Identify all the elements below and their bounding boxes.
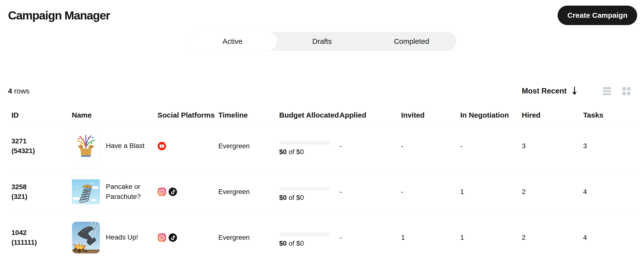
view-toggle xyxy=(603,87,630,95)
tab-completed[interactable]: Completed xyxy=(367,32,456,51)
arrow-down-icon xyxy=(572,87,576,96)
campaign-id: 3271 xyxy=(12,136,72,146)
campaign-name: Heads Up! xyxy=(106,232,138,242)
budget-of-label: of xyxy=(289,194,294,201)
campaign-sub-id: (111111) xyxy=(12,238,72,247)
campaign-name: Pancake or Parachute? xyxy=(106,182,154,202)
budget-text: $0 of $0 xyxy=(279,240,340,247)
budget-total: $0 xyxy=(296,240,304,247)
budget-spent: $0 xyxy=(279,148,287,156)
campaign-thumbnail-confetti-box xyxy=(72,130,100,162)
rows-count-number: 4 xyxy=(8,87,12,95)
list-controls: 4 rows Most Recent xyxy=(0,85,644,97)
applied-value: - xyxy=(340,188,401,196)
top-bar: Campaign Manager Create Campaign xyxy=(0,0,644,25)
social-platforms-cell xyxy=(158,233,218,242)
column-header-invited: Invited xyxy=(401,111,460,119)
hired-value: 3 xyxy=(522,142,583,150)
timeline-value: Evergreen xyxy=(218,142,279,150)
table-body: 3271 (54321) Have a Blast Evergreen $0 o… xyxy=(8,123,640,259)
campaign-id-cell: 1042 (111111) xyxy=(8,228,72,247)
budget-total: $0 xyxy=(296,148,304,156)
column-header-timeline: Timeline xyxy=(218,111,279,119)
budget-text: $0 of $0 xyxy=(279,148,340,156)
campaign-sub-id: (321) xyxy=(12,192,72,202)
tasks-value: 4 xyxy=(583,234,640,242)
campaign-thumbnail-slinky-pancake xyxy=(72,176,100,208)
budget-total: $0 xyxy=(296,194,304,201)
tiktok-icon xyxy=(168,188,177,196)
youtube-icon xyxy=(158,142,166,150)
timeline-value: Evergreen xyxy=(218,234,279,242)
campaign-name-cell: Have a Blast xyxy=(72,130,158,162)
campaign-id: 1042 xyxy=(12,228,72,238)
instagram-icon xyxy=(158,188,166,196)
tiktok-icon xyxy=(168,233,177,242)
tab-active[interactable]: Active xyxy=(188,32,277,51)
column-header-in-negotiation: In Negotiation xyxy=(460,111,522,119)
column-header-budget-allocated: Budget Allocated xyxy=(279,111,340,119)
in-negotiation-value: 1 xyxy=(460,234,522,242)
sort-control[interactable]: Most Recent xyxy=(522,87,576,96)
campaign-id-cell: 3271 (54321) xyxy=(8,136,72,156)
campaign-id-cell: 3258 (321) xyxy=(8,182,72,202)
invited-value: - xyxy=(401,142,460,150)
campaign-sub-id: (54321) xyxy=(12,146,72,156)
budget-cell: $0 of $0 xyxy=(279,136,340,156)
hired-value: 2 xyxy=(522,234,583,242)
tasks-value: 4 xyxy=(583,188,640,196)
sort-label: Most Recent xyxy=(522,87,566,96)
budget-cell: $0 of $0 xyxy=(279,182,340,202)
page-title: Campaign Manager xyxy=(8,9,110,22)
campaign-thumbnail-anvil-crash xyxy=(72,222,100,254)
tab-drafts[interactable]: Drafts xyxy=(277,32,367,51)
budget-spent: $0 xyxy=(279,194,287,201)
create-campaign-button[interactable]: Create Campaign xyxy=(558,6,637,25)
budget-of-label: of xyxy=(289,148,294,156)
budget-cell: $0 of $0 xyxy=(279,228,340,247)
rows-count: 4 rows xyxy=(8,87,30,95)
table-row[interactable]: 1042 (111111) Heads Up! Evergreen $0 of … xyxy=(8,215,640,259)
column-header-social-platforms: Social Platforms xyxy=(158,111,218,119)
invited-value: - xyxy=(401,188,460,196)
budget-progress-bar xyxy=(279,187,330,190)
budget-progress-bar xyxy=(279,232,330,236)
applied-value: - xyxy=(340,142,401,150)
budget-of-label: of xyxy=(289,240,294,247)
column-header-applied: Applied xyxy=(340,111,401,119)
applied-value: - xyxy=(340,234,401,242)
column-header-hired: Hired xyxy=(522,111,583,119)
campaign-name: Have a Blast xyxy=(106,141,144,151)
grid-view-icon[interactable] xyxy=(622,87,630,95)
campaign-id: 3258 xyxy=(12,182,72,192)
invited-value: 1 xyxy=(401,234,460,242)
budget-progress-bar xyxy=(279,141,330,144)
rows-count-label: rows xyxy=(14,87,30,95)
in-negotiation-value: - xyxy=(460,142,522,150)
campaign-name-cell: Heads Up! xyxy=(72,222,158,254)
status-tabs: Active Drafts Completed xyxy=(188,32,456,51)
social-platforms-cell xyxy=(158,142,218,150)
column-header-name: Name xyxy=(72,111,158,119)
tasks-value: 3 xyxy=(583,142,640,150)
table-header-row: IDNameSocial PlatformsTimelineBudget All… xyxy=(8,107,640,123)
social-platforms-cell xyxy=(158,188,218,196)
column-header-id: ID xyxy=(8,111,72,119)
column-header-tasks: Tasks xyxy=(583,111,640,119)
list-view-icon[interactable] xyxy=(603,87,611,95)
budget-text: $0 of $0 xyxy=(279,194,340,202)
controls-right: Most Recent xyxy=(522,87,630,96)
table-row[interactable]: 3258 (321) Pancake or Parachute? Evergre… xyxy=(8,169,640,215)
table-row[interactable]: 3271 (54321) Have a Blast Evergreen $0 o… xyxy=(8,123,640,169)
campaign-name-cell: Pancake or Parachute? xyxy=(72,176,158,208)
timeline-value: Evergreen xyxy=(218,188,279,196)
campaigns-table: IDNameSocial PlatformsTimelineBudget All… xyxy=(0,107,644,259)
hired-value: 2 xyxy=(522,188,583,196)
budget-spent: $0 xyxy=(279,240,287,247)
in-negotiation-value: 1 xyxy=(460,188,522,196)
campaign-manager-page: Campaign Manager Create Campaign Active … xyxy=(0,0,644,259)
instagram-icon xyxy=(158,233,166,242)
